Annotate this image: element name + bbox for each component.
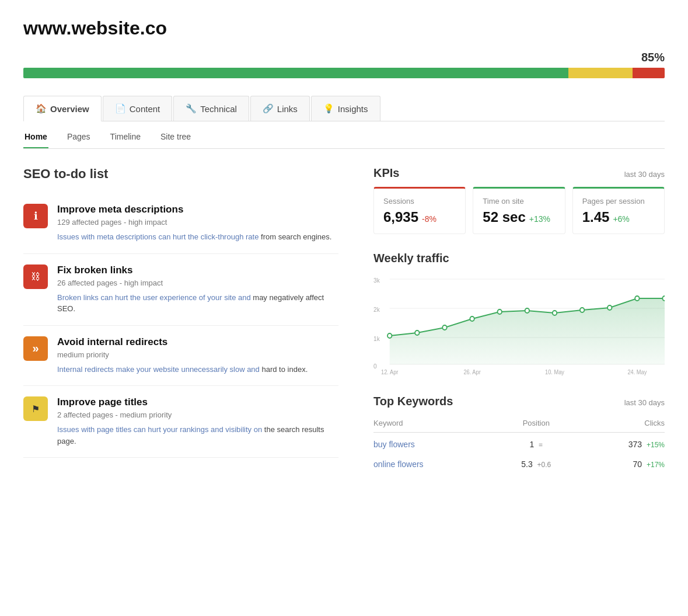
tab-overview[interactable]: 🏠 Overview: [23, 96, 102, 121]
seo-todo-title: SEO to-do list: [23, 166, 338, 182]
todo-desc-redirects: Internal redirects make your website unn…: [57, 364, 338, 375]
svg-text:3k: 3k: [373, 277, 380, 284]
keyword-name-0[interactable]: buy flowers: [373, 433, 499, 453]
bulb-icon: 💡: [323, 103, 334, 114]
score-percent: 85%: [23, 51, 665, 64]
svg-point-17: [607, 305, 612, 310]
todo-title-broken-links: Fix broken links: [57, 265, 338, 276]
svg-text:24. May: 24. May: [627, 369, 647, 375]
todo-subtitle-redirects: medium priority: [57, 350, 338, 359]
sub-tab-home[interactable]: Home: [23, 127, 48, 148]
svg-point-13: [498, 309, 502, 314]
svg-point-18: [635, 296, 639, 301]
svg-point-9: [387, 333, 392, 338]
home-icon: 🏠: [36, 103, 47, 114]
keyword-pos-0: 1 =: [499, 433, 574, 453]
kpi-label-time: Time on site: [483, 197, 555, 206]
keyword-row-0: buy flowers 1 = 373 +15%: [373, 433, 665, 453]
todo-subtitle-page-titles: 2 affected pages - medium priority: [57, 410, 338, 419]
svg-point-11: [442, 325, 446, 330]
todo-desc-meta-desc: Issues with meta descriptions can hurt t…: [57, 231, 338, 243]
svg-text:26. Apr: 26. Apr: [463, 369, 481, 375]
svg-point-14: [525, 308, 529, 313]
keywords-period: last 30 days: [624, 398, 665, 407]
kpi-value-pages: 1.45+6%: [582, 209, 655, 225]
todo-subtitle-broken-links: 26 affected pages - high impact: [57, 279, 338, 287]
todo-icon-redirects: »: [23, 336, 48, 361]
keywords-table: Keyword Position Clicks buy flowers 1 = …: [373, 415, 665, 472]
tab-insights[interactable]: 💡 Insights: [311, 96, 380, 121]
keyword-row-1: online flowers 5.3 +0.6 70 +17%: [373, 453, 665, 472]
tab-content[interactable]: 📄 Content: [103, 96, 173, 121]
todo-desc-page-titles: Issues with page titles can hurt your ra…: [57, 424, 338, 447]
keyword-name-1[interactable]: online flowers: [373, 453, 499, 472]
tab-links[interactable]: 🔗 Links: [250, 96, 310, 121]
svg-point-15: [553, 311, 557, 315]
progress-red: [633, 68, 665, 78]
todo-desc-broken-links: Broken links can hurt the user experienc…: [57, 292, 338, 315]
tab-technical[interactable]: 🔧 Technical: [173, 96, 249, 121]
todo-title-page-titles: Improve page titles: [57, 396, 338, 408]
site-title: www.website.co: [23, 18, 665, 39]
todo-item-redirects: » Avoid internal redirects medium priori…: [23, 326, 338, 387]
kpi-card-pages: Pages per session 1.45+6%: [572, 187, 665, 234]
kpi-label-pages: Pages per session: [582, 197, 655, 206]
svg-point-19: [662, 296, 665, 301]
svg-text:12. Apr: 12. Apr: [381, 369, 399, 375]
progress-green: [23, 68, 568, 78]
kpi-title: KPIs: [373, 166, 399, 180]
sub-tabs: Home Pages Timeline Site tree: [23, 121, 665, 149]
link-icon: 🔗: [263, 103, 274, 114]
col-position: Position: [499, 415, 574, 433]
todo-item-meta-desc: ℹ Improve meta descriptions 129 affected…: [23, 193, 338, 254]
kpi-period: last 30 days: [624, 170, 665, 179]
wrench-icon: 🔧: [186, 103, 197, 114]
todo-item-broken-links: ⛓ Fix broken links 26 affected pages - h…: [23, 254, 338, 326]
keyword-pos-1: 5.3 +0.6: [499, 453, 574, 472]
sub-tab-sitetree[interactable]: Site tree: [159, 127, 192, 148]
progress-bar: [23, 68, 665, 78]
kpi-value-time: 52 sec+13%: [483, 209, 555, 225]
todo-item-page-titles: ⚑ Improve page titles 2 affected pages -…: [23, 386, 338, 458]
svg-point-10: [415, 330, 419, 335]
svg-text:0: 0: [373, 363, 377, 370]
col-keyword: Keyword: [373, 415, 499, 433]
weekly-traffic-title: Weekly traffic: [373, 252, 665, 265]
keyword-clicks-0: 373 +15%: [574, 433, 665, 453]
kpi-card-sessions: Sessions 6,935-8%: [373, 187, 466, 234]
kpi-card-time: Time on site 52 sec+13%: [473, 187, 565, 234]
todo-subtitle-meta-desc: 129 affected pages - high impact: [57, 218, 338, 227]
file-icon: 📄: [115, 103, 126, 114]
svg-text:10. May: 10. May: [545, 369, 564, 375]
col-clicks: Clicks: [574, 415, 665, 433]
svg-point-12: [470, 316, 474, 321]
todo-title-redirects: Avoid internal redirects: [57, 336, 338, 348]
sub-tab-timeline[interactable]: Timeline: [109, 127, 142, 148]
svg-text:1k: 1k: [373, 335, 380, 342]
todo-icon-meta-desc: ℹ: [23, 204, 48, 228]
main-tabs: 🏠 Overview 📄 Content 🔧 Technical 🔗 Links…: [23, 96, 665, 121]
kpi-cards: Sessions 6,935-8% Time on site 52 sec+13…: [373, 187, 665, 234]
progress-yellow: [568, 68, 633, 78]
keyword-clicks-1: 70 +17%: [574, 453, 665, 472]
todo-title-meta-desc: Improve meta descriptions: [57, 204, 338, 215]
sub-tab-pages[interactable]: Pages: [66, 127, 92, 148]
kpi-label-sessions: Sessions: [383, 197, 456, 206]
kpi-value-sessions: 6,935-8%: [383, 209, 456, 225]
keywords-title: Top Keywords: [373, 395, 453, 408]
todo-icon-broken-links: ⛓: [23, 265, 48, 289]
svg-point-16: [580, 308, 584, 312]
weekly-traffic-chart: 3k 2k 1k 0: [373, 272, 665, 377]
svg-text:2k: 2k: [373, 306, 380, 313]
todo-icon-page-titles: ⚑: [23, 396, 48, 421]
